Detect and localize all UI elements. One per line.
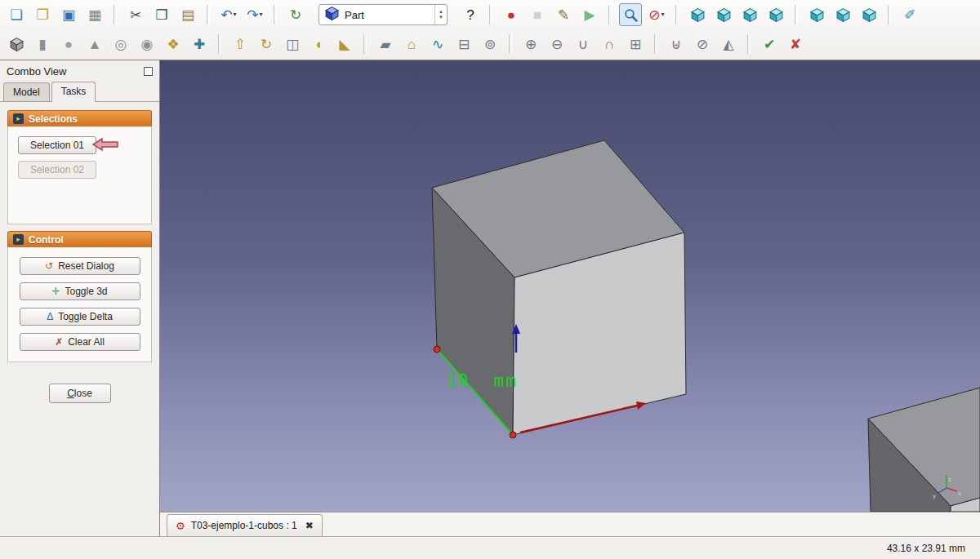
document-tab[interactable]: ⚙ T03-ejemplo-1-cubos : 1 ✖	[167, 514, 323, 536]
view-rear-icon[interactable]	[805, 3, 828, 26]
part-slice-icon[interactable]: ◭	[717, 33, 740, 55]
undo-icon[interactable]: ↶▾	[217, 3, 240, 26]
draw-style-dropdown-icon[interactable]: ▾	[662, 11, 665, 18]
3d-viewport-canvas[interactable]: 10 mm z x y	[160, 60, 980, 512]
part-cone-icon[interactable]: ▲	[83, 33, 106, 55]
part-primitives-icon[interactable]: ❖	[162, 33, 185, 55]
view-bottom-icon[interactable]	[831, 3, 854, 26]
save-file-icon[interactable]: ▣	[57, 3, 80, 26]
close-button-area: Close	[7, 384, 152, 403]
toolbar-separator	[795, 5, 798, 24]
axis-label-y: y	[933, 493, 936, 499]
control-section-header: ▸ Control	[7, 231, 152, 247]
redo-dropdown-icon[interactable]: ▾	[260, 11, 263, 18]
view-axonometric-icon[interactable]	[686, 3, 709, 26]
toolbar-separator	[654, 34, 657, 54]
part-boolean-icon[interactable]: ⊕	[519, 33, 542, 55]
part-tube-icon[interactable]: ◉	[136, 33, 158, 55]
macro-execute-icon[interactable]: ▶	[578, 3, 601, 26]
panel-float-icon[interactable]	[144, 67, 153, 76]
part-box-icon[interactable]	[5, 33, 28, 55]
cut-icon[interactable]: ✂	[124, 3, 147, 26]
selections-section-body: Selection 01Selection 02	[7, 126, 152, 224]
part-check-geometry-icon[interactable]: ✔	[758, 33, 781, 55]
toolbar-separator	[509, 34, 512, 54]
tab-tasks[interactable]: Tasks	[51, 82, 96, 102]
document-tab-label: T03-ejemplo-1-cubos : 1	[191, 520, 297, 531]
toolbar-separator	[274, 5, 277, 24]
part-sweep-icon[interactable]: ∿	[426, 33, 449, 55]
part-offset-icon[interactable]: ⊚	[479, 33, 501, 55]
measure-distance-icon[interactable]: ✐	[898, 3, 921, 26]
part-compound-icon[interactable]: ⊞	[624, 33, 647, 55]
view-top-icon[interactable]	[738, 3, 761, 26]
3d-viewport[interactable]: 10 mm z x y	[160, 60, 980, 512]
main-area: Combo View Model Tasks ▸ Selections Sele…	[0, 60, 980, 536]
part-shape-builder-icon[interactable]: ✚	[188, 33, 211, 55]
reset-dialog-button[interactable]: ↺Reset Dialog	[20, 257, 140, 275]
part-common-icon[interactable]: ∩	[598, 33, 621, 55]
toolbar-separator	[489, 5, 492, 24]
macro-record-icon[interactable]: ●	[500, 3, 523, 26]
part-split-icon[interactable]: ⊘	[691, 33, 714, 55]
workbench-selected-value: Part	[345, 9, 430, 21]
paste-icon[interactable]: ▤	[176, 3, 199, 26]
clear-all-icon: ✗	[55, 337, 63, 347]
task-section-icon: ▸	[13, 113, 24, 124]
macro-edit-icon[interactable]: ✎	[552, 3, 575, 26]
part-cylinder-icon[interactable]: ▮	[31, 33, 54, 55]
new-file-icon[interactable]: ❏	[5, 3, 28, 26]
toolbar-separator	[675, 5, 679, 24]
toolbar-separator	[363, 34, 367, 54]
part-loft-icon[interactable]: ⌂	[400, 33, 423, 55]
reset-dialog-icon: ↺	[45, 261, 53, 271]
close-button[interactable]: Close	[49, 384, 111, 403]
print-icon[interactable]: ▦	[83, 3, 106, 26]
part-cut-icon[interactable]: ⊖	[546, 33, 568, 55]
highlight-arrow	[91, 137, 119, 152]
part-sphere-icon[interactable]: ●	[57, 33, 80, 55]
measurement-endpoint	[434, 346, 440, 353]
part-chamfer-icon[interactable]: ◣	[333, 33, 356, 55]
macro-stop-icon[interactable]: ■	[526, 3, 549, 26]
draw-style-icon[interactable]: ⊘▾	[645, 3, 668, 26]
selection-button-2[interactable]: Selection 02	[18, 161, 96, 179]
undo-dropdown-icon[interactable]: ▾	[234, 11, 237, 18]
part-fillet-icon[interactable]: ◖	[307, 33, 330, 55]
status-bar: 43.16 x 23.91 mm	[0, 536, 980, 559]
part-connect-icon[interactable]: ⊎	[665, 33, 688, 55]
workbench-dropdown-arrows[interactable]: ▲▼	[434, 5, 447, 24]
toggle-delta-button[interactable]: ΔToggle Delta	[20, 308, 140, 326]
copy-icon[interactable]: ❒	[150, 3, 173, 26]
view-front-icon[interactable]	[712, 3, 735, 26]
part-defeaturing-icon[interactable]: ✘	[784, 33, 807, 55]
part-union-icon[interactable]: ∪	[572, 33, 595, 55]
dimensions-readout: 43.16 x 23.91 mm	[887, 543, 965, 554]
document-tab-close-icon[interactable]: ✖	[305, 520, 314, 531]
workbench-selector[interactable]: Part▲▼	[318, 4, 448, 25]
part-torus-icon[interactable]: ◎	[109, 33, 132, 55]
view-fit-all-icon[interactable]	[619, 3, 642, 26]
part-revolve-icon[interactable]: ↻	[255, 33, 278, 55]
part-make-face-icon[interactable]: ▰	[374, 33, 397, 55]
toggle-3d-label: Toggle 3d	[65, 286, 108, 297]
view-right-icon[interactable]	[764, 3, 787, 26]
part-section-icon[interactable]: ⊟	[452, 33, 475, 55]
open-file-icon[interactable]: ❐	[31, 3, 54, 26]
refresh-icon[interactable]: ↻	[284, 3, 307, 26]
view-left-icon[interactable]	[858, 3, 880, 26]
clear-all-button[interactable]: ✗Clear All	[20, 333, 140, 351]
redo-icon[interactable]: ↷▾	[243, 3, 266, 26]
selection-button-1[interactable]: Selection 01	[18, 136, 96, 154]
task-panel: ▸ Selections Selection 01Selection 02 ▸ …	[0, 102, 159, 536]
whats-this-icon[interactable]: ?	[459, 3, 482, 26]
reset-dialog-label: Reset Dialog	[58, 260, 114, 272]
tab-model[interactable]: Model	[3, 82, 50, 101]
toggle-3d-button[interactable]: ✛Toggle 3d	[20, 282, 140, 300]
document-icon: ⚙	[176, 521, 185, 531]
measurement-endpoint	[510, 432, 516, 438]
combo-view-title: Combo View	[7, 65, 66, 78]
part-extrude-icon[interactable]: ⇧	[229, 33, 252, 55]
viewport-column: 10 mm z x y ⚙ T03-ejemplo-1-cubos : 1	[160, 60, 980, 536]
part-mirror-icon[interactable]: ◫	[281, 33, 304, 55]
